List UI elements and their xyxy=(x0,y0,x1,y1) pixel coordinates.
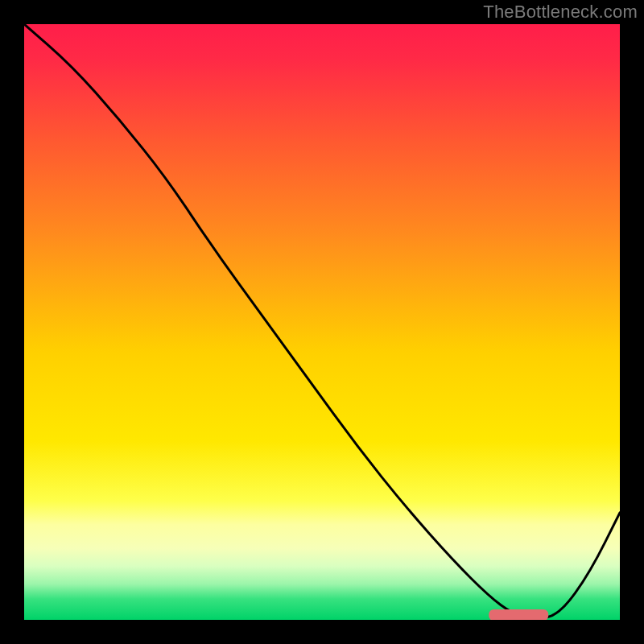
plot-area xyxy=(24,24,620,620)
chart-svg xyxy=(24,24,620,620)
optimal-range-marker xyxy=(489,609,548,620)
watermark-text: TheBottleneck.com xyxy=(483,2,638,23)
chart-container: TheBottleneck.com xyxy=(0,0,644,644)
